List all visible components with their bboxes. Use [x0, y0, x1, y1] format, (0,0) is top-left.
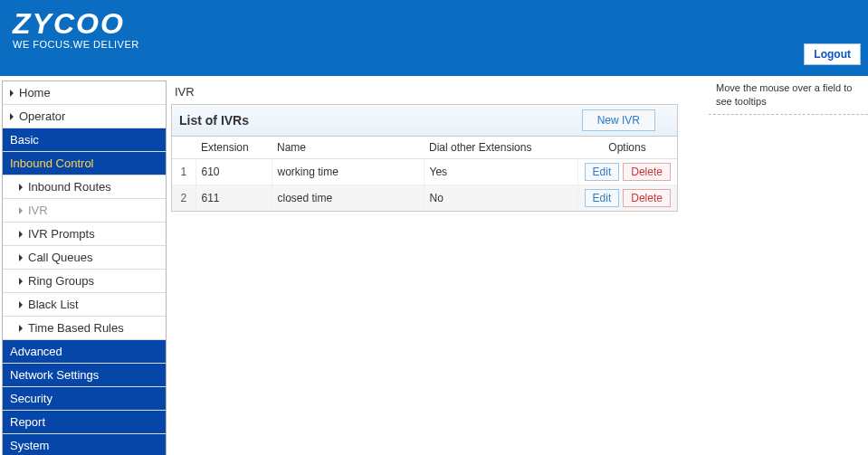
main-content: IVR List of IVRs New IVR Extension Name … [171, 76, 709, 217]
app-header: ZYCOO WE FOCUS.WE DELIVER Logout [0, 0, 868, 76]
chevron-right-icon [19, 184, 23, 191]
table-header-index [172, 137, 196, 159]
sidebar-item-operator[interactable]: Operator [3, 105, 166, 128]
sidebar-item-label: Black List [28, 298, 79, 311]
table-header-extension: Extension [196, 137, 272, 159]
sidebar-item-label: Operator [19, 109, 65, 123]
logo: ZYCOO WE FOCUS.WE DELIVER [13, 7, 139, 50]
cell-index: 1 [172, 159, 196, 185]
sidebar-section-security[interactable]: Security [3, 387, 166, 411]
panel-header: List of IVRs New IVR [172, 105, 677, 137]
chevron-right-icon [10, 90, 14, 97]
chevron-right-icon [19, 254, 23, 261]
sidebar-subitem-ring-groups[interactable]: Ring Groups [3, 270, 166, 293]
sidebar-section-basic[interactable]: Basic [3, 128, 166, 152]
sidebar-section-label: Network Settings [10, 368, 99, 382]
cell-name: closed time [272, 185, 424, 212]
table-header-dial-other: Dial other Extensions [424, 137, 577, 159]
sidebar-section-label: Security [10, 392, 52, 405]
sidebar-section-label: Inbound Control [10, 156, 94, 170]
delete-button[interactable]: Delete [623, 189, 671, 207]
table-header-name: Name [272, 137, 424, 159]
sidebar-item-label: Time Based Rules [28, 321, 124, 335]
tooltip-hint: Move the mouse over a field to see toolt… [709, 76, 868, 115]
sidebar-item-label: Home [19, 86, 51, 100]
sidebar-section-label: Advanced [10, 345, 62, 358]
sidebar: Home Operator Basic Inbound Control Inbo… [2, 81, 167, 455]
sidebar-section-label: Basic [10, 133, 39, 147]
cell-extension: 610 [196, 159, 272, 185]
cell-dial-other: No [424, 185, 577, 212]
panel-title: List of IVRs [179, 113, 249, 128]
logout-button[interactable]: Logout [804, 43, 861, 65]
ivr-list-panel: List of IVRs New IVR Extension Name Dial… [171, 104, 678, 212]
chevron-right-icon [19, 301, 23, 308]
page-title: IVR [171, 81, 703, 104]
table-row: 2 611 closed time No Edit Delete [172, 185, 677, 212]
sidebar-subitem-time-based-rules[interactable]: Time Based Rules [3, 317, 166, 340]
table-header-options: Options [577, 137, 677, 159]
sidebar-item-label: Ring Groups [28, 274, 94, 288]
cell-dial-other: Yes [424, 159, 577, 185]
sidebar-section-label: Report [10, 415, 45, 429]
cell-name: working time [272, 159, 424, 185]
chevron-right-icon [19, 207, 23, 214]
sidebar-section-advanced[interactable]: Advanced [3, 340, 166, 364]
delete-button[interactable]: Delete [623, 163, 671, 181]
sidebar-section-inbound-control[interactable]: Inbound Control [3, 152, 166, 175]
sidebar-subitem-black-list[interactable]: Black List [3, 293, 166, 317]
logo-main: ZYCOO [13, 7, 139, 41]
sidebar-section-network-settings[interactable]: Network Settings [3, 364, 166, 387]
sidebar-subitem-ivr-prompts[interactable]: IVR Prompts [3, 223, 166, 246]
cell-options: Edit Delete [577, 159, 677, 185]
edit-button[interactable]: Edit [585, 189, 620, 207]
chevron-right-icon [19, 231, 23, 238]
sidebar-item-label: IVR [28, 204, 48, 217]
edit-button[interactable]: Edit [585, 163, 620, 181]
sidebar-item-label: Call Queues [28, 251, 93, 264]
sidebar-subitem-call-queues[interactable]: Call Queues [3, 246, 166, 270]
chevron-right-icon [19, 325, 23, 332]
sidebar-item-home[interactable]: Home [3, 81, 166, 105]
cell-index: 2 [172, 185, 196, 212]
chevron-right-icon [19, 278, 23, 285]
sidebar-section-report[interactable]: Report [3, 411, 166, 434]
table-row: 1 610 working time Yes Edit Delete [172, 159, 677, 185]
ivr-table: Extension Name Dial other Extensions Opt… [172, 137, 677, 211]
sidebar-subitem-ivr[interactable]: IVR [3, 199, 166, 223]
logo-tagline: WE FOCUS.WE DELIVER [13, 39, 139, 50]
sidebar-item-label: IVR Prompts [28, 227, 95, 241]
sidebar-item-label: Inbound Routes [28, 180, 111, 194]
new-ivr-button[interactable]: New IVR [582, 109, 655, 131]
cell-extension: 611 [196, 185, 272, 212]
sidebar-section-label: System [10, 439, 49, 452]
chevron-right-icon [10, 113, 14, 120]
cell-options: Edit Delete [577, 185, 677, 212]
sidebar-section-system[interactable]: System [3, 434, 166, 455]
sidebar-subitem-inbound-routes[interactable]: Inbound Routes [3, 175, 166, 199]
